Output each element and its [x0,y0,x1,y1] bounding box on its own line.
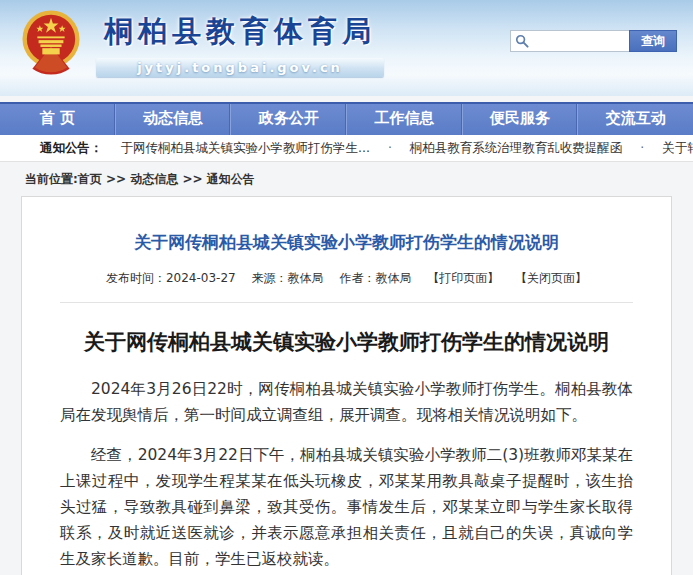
close-page-link[interactable]: 【关闭页面】 [515,271,587,285]
article-meta: 发布时间：2024-03-27 来源：教体局 作者：教体局 【打印页面】 【关闭… [60,270,633,287]
site-header: 桐柏县教育体育局 jytyj.tongbai.gov.cn 查询 [0,0,693,96]
breadcrumb: 当前位置:首页 >> 动态信息 >> 通知公告 [0,162,693,196]
publish-time: 发布时间：2024-03-27 [106,271,236,285]
ticker-item[interactable]: 关于转发《市信用办关于开展南阳市第二批信... [662,140,693,155]
nav-item-gov-affairs[interactable]: 政务公开 [230,104,346,135]
article-body-heading: 关于网传桐柏县城关镇实验小学教师打伤学生的情况说明 [60,328,633,356]
site-title: 桐柏县教育体育局 [90,12,390,52]
nav-item-interaction[interactable]: 交流互动 [577,104,693,135]
nav-item-home[interactable]: 首 页 [0,104,115,135]
nav-item-work-info[interactable]: 工作信息 [346,104,462,135]
ticker-separator: · [388,140,392,155]
article-paragraph: 2024年3月26日22时，网传桐柏县城关镇实验小学教师打伤学生。桐柏县教体局在… [60,376,633,428]
site-brand: 桐柏县教育体育局 jytyj.tongbai.gov.cn [90,12,390,77]
print-page-link[interactable]: 【打印页面】 [427,271,499,285]
article-author: 作者：教体局 [339,271,411,285]
ticker-label: 通知公告： [40,140,103,155]
article-title: 关于网传桐柏县城关镇实验小学教师打伤学生的情况说明 [60,231,633,254]
search-button[interactable]: 查询 [629,30,677,52]
search-bar: 查询 [510,30,677,52]
notice-ticker: 通知公告： 于网传桐柏县城关镇实验小学教师打伤学生... · 桐柏县教育系统治理… [0,135,693,162]
site-url: jytyj.tongbai.gov.cn [96,58,384,77]
ticker-separator: · [640,140,644,155]
search-input[interactable] [510,30,629,52]
article-body: 2024年3月26日22时，网传桐柏县城关镇实验小学教师打伤学生。桐柏县教体局在… [60,376,633,575]
article-panel: 关于网传桐柏县城关镇实验小学教师打伤学生的情况说明 发布时间：2024-03-2… [21,196,672,575]
article-source: 来源：教体局 [252,271,324,285]
ticker-item[interactable]: 桐柏县教育系统治理教育乱收费提醒函 [410,140,623,155]
meta-divider [60,302,633,303]
ticker-item[interactable]: 于网传桐柏县城关镇实验小学教师打伤学生... [120,140,369,155]
nav-item-dynamic-info[interactable]: 动态信息 [115,104,231,135]
nav-item-public-service[interactable]: 便民服务 [462,104,578,135]
main-nav: 首 页 动态信息 政务公开 工作信息 便民服务 交流互动 [0,102,693,135]
article-paragraph: 经查，2024年3月22日下午，桐柏县城关镇实验小学教师二(3)班教师邓某某在上… [60,442,633,572]
national-emblem-logo [20,6,82,78]
